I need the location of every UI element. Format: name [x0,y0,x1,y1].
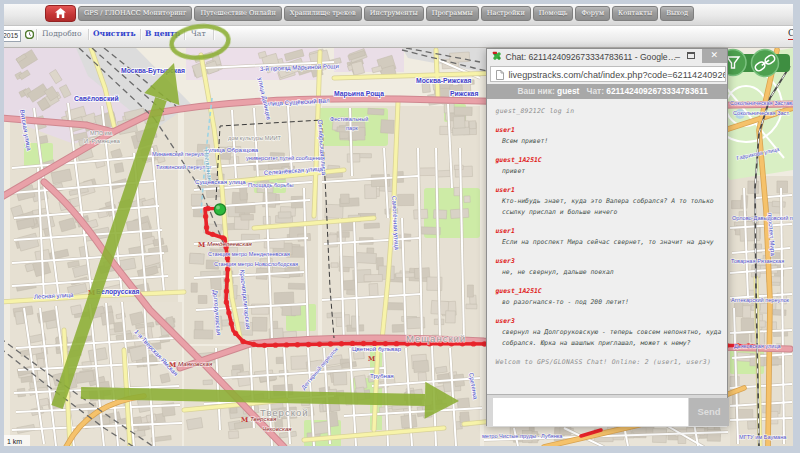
chatid-label: Чат: [587,86,604,96]
building [387,302,406,309]
map-scale: 1 km [4,435,30,447]
building [740,226,760,241]
toolbar-center[interactable]: В центр [145,29,180,38]
map-label: Трубная [370,372,394,379]
map-label: И. Румянцева [84,138,121,144]
map-label: Тверская [250,415,277,422]
building [368,108,384,115]
chat-message-input[interactable] [493,398,688,426]
menu-item-5[interactable]: Программы [426,6,479,21]
nick-label: Ваш ник: [518,86,555,96]
position-marker[interactable] [214,203,226,215]
map-label: МПО им. [90,130,114,136]
chat-message: guest_89212C log in [496,106,724,117]
menu-item-2[interactable]: Путешествие Онлайн [194,6,281,21]
menu-item-1[interactable]: GPS / ГЛОНАСС Мониторинг [78,6,192,21]
main-menu: GPS / ГЛОНАСС МониторингПутешествие Онла… [78,6,694,21]
building [237,371,251,386]
building [743,305,751,317]
chat-username: user3 [496,256,724,267]
map-label: Минаевский переулок [152,151,209,157]
chat-message-text: привет [496,166,724,177]
menu-item-3[interactable]: Хранилище треков [284,6,362,21]
toolbar-separator [88,29,89,40]
chat-window-titlebar[interactable]: Chat: 6211424092673334783611 - Google… –… [487,49,728,63]
chat-message-text: свернул на Долгоруковскую - теперь совсе… [496,327,724,349]
building [76,370,95,383]
building [160,373,170,383]
url-field[interactable]: livegpstracks.com/chat/index.php?code=62… [490,66,726,82]
building [273,384,293,396]
map-label: М [241,416,248,424]
building [381,119,395,133]
map-label: М [88,289,95,297]
building [453,116,465,128]
chat-message-text: Кто-нибудь знает, куда это Валера собрал… [496,196,724,218]
building [203,379,213,384]
map-label: Аптекарский переулок [731,297,790,303]
map-label: Цветной бульвар [352,345,402,352]
map-label: дом культуры МИИТ [228,135,281,141]
map-label: парк [346,125,358,131]
minimize-button[interactable]: – [671,50,685,62]
building [263,192,277,206]
clock-icon[interactable] [25,30,34,39]
map-label: Савёловский [74,95,119,102]
nick-value: guest [557,86,579,96]
chat-message: guest_1A251Cво разогнался-то - под 200 л… [496,286,724,308]
map-label: Мещанский [406,333,466,344]
link-button[interactable] [752,49,779,76]
toolbar-separator [140,29,141,40]
toolbar-clear[interactable]: Очистить [93,29,136,38]
map-label: Марьина Роща [334,90,384,98]
map-label: Сущёвская улица [195,178,246,185]
chat-message: user3не, не свернул, дальше поехал [496,256,724,278]
map-label: Белорусская [96,288,139,296]
map-label: Дьяковская улица [734,343,782,349]
chat-username: user1 [496,125,724,136]
send-button[interactable]: Send [689,398,729,426]
building [450,208,468,218]
home-button[interactable] [45,5,76,22]
toolbar-detailed[interactable]: Подробно [42,29,82,38]
building [347,153,360,162]
chat-message: guest_1A251Cпривет [496,155,724,177]
maximize-button[interactable] [687,52,695,59]
chat-messages-area[interactable]: guest_89212C log inuser1Всем привет!gues… [487,99,728,394]
menu-item-6[interactable]: Настройки [481,6,531,21]
map-toolbar: 2015 Подробно Очистить В центр Чат C [4,26,793,48]
nick-group: Ваш ник: guest [518,84,580,99]
page-icon [496,70,504,80]
menu-item-10[interactable]: Выход [660,6,694,21]
map-label: М [198,241,205,249]
building [301,401,309,406]
chatid-value: 6211424092673334783611 [606,86,708,96]
toolbar-partial-item[interactable]: C [788,28,793,40]
building [741,318,754,331]
building [454,106,472,115]
building [333,371,347,384]
map-label: Сокольническая Застава [730,100,793,106]
chat-popup-window: Chat: 6211424092673334783611 - Google… –… [486,48,729,426]
date-input[interactable]: 2015 [4,30,21,42]
toolbar-separator [36,29,37,40]
map-label: Сокольническая Заст. [733,110,790,116]
building [191,283,197,292]
building [288,283,305,289]
menu-item-9[interactable]: Контакты [612,6,658,21]
building [274,291,294,303]
map-label: Москва-Бутырская [121,67,185,75]
building [353,350,364,358]
toolbar-chat[interactable]: Чат [191,29,206,38]
menu-item-7[interactable]: Помощь [533,6,574,21]
building [364,223,379,229]
building [466,304,477,309]
menu-item-8[interactable]: Форум [575,6,610,21]
home-icon [55,8,66,18]
building [398,194,414,205]
livegpstracks-icon [492,51,502,61]
building [191,194,201,206]
menu-item-4[interactable]: Инструменты [364,6,424,21]
toolbar-separator [184,29,185,40]
close-button[interactable]: ✕ [702,49,728,63]
